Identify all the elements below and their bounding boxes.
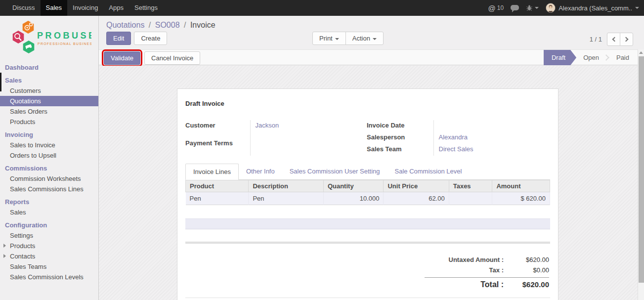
sidebar-section-invoicing: Invoicing Sales to Invoice Orders to Ups… [0,129,98,161]
pager-previous-button[interactable] [607,33,620,46]
sidebar-item-config-products[interactable]: Products [0,241,98,251]
sidebar-item-sales-report[interactable]: Sales [0,207,98,217]
menu-discuss[interactable]: Discuss [7,0,41,16]
tab-sales-commission-user-setting[interactable]: Sales Commission User Setting [282,164,387,179]
status-stage-draft[interactable]: Draft [544,50,576,65]
cancel-invoice-button[interactable]: Cancel Invoice [144,51,200,65]
action-button-label: Action [352,35,370,42]
column-quantity[interactable]: Quantity [323,180,384,192]
sales-team-label: Sales Team [367,144,433,156]
field-groups: Customer Jackson Payment Terms Invoice D… [185,120,550,156]
status-stage-open[interactable]: Open [576,50,606,65]
menu-apps[interactable]: Apps [103,0,129,16]
pager-next-button[interactable] [620,33,633,46]
menu-sales[interactable]: Sales [41,0,68,16]
tab-sale-commission-level[interactable]: Sale Commission Level [387,164,470,179]
customer-value-link[interactable]: Jackson [250,120,367,138]
cell-taxes [449,192,492,205]
column-unit-price[interactable]: Unit Price [384,180,449,192]
chevron-right-icon [623,37,628,42]
control-panel: Quotations / SO008 / Invoice Edit Create… [99,16,644,49]
edit-button[interactable]: Edit [106,32,131,45]
invoice-date-value[interactable] [433,120,550,132]
sidebar-item-products[interactable]: Products [0,117,98,127]
top-navbar: Discuss Sales Invoicing Apps Settings @ … [0,0,644,16]
user-menu[interactable]: Alexandra (Sales_comm.. [546,3,639,13]
sales-team-value-link[interactable]: Direct Sales [433,144,550,156]
menu-settings[interactable]: Settings [129,0,163,16]
empty-list-band [185,218,550,229]
menu-invoicing[interactable]: Invoicing [67,0,103,16]
field-row-salesperson: Salesperson Alexandra [367,132,550,144]
tab-invoice-lines[interactable]: Invoice Lines [185,164,239,180]
sidebar-item-label: Products [10,242,35,250]
sidebar-item-sales-commission-levels[interactable]: Sales Commission Levels [0,272,98,282]
scrollbar-up-button[interactable] [638,49,644,56]
chat-bubble-icon[interactable] [511,5,519,10]
untaxed-amount-label: Untaxed Amount : [449,256,504,263]
sheet-bottom-rule [185,298,550,298]
sidebar-item-config-contacts[interactable]: Contacts [0,251,98,261]
column-description[interactable]: Description [249,180,323,192]
payment-terms-value[interactable] [250,138,367,156]
sidebar-item-settings[interactable]: Settings [0,230,98,241]
left-edge-marker [0,73,1,91]
column-amount[interactable]: Amount [492,180,550,192]
sidebar-header-dashboard[interactable]: Dashboard [0,62,98,73]
sidebar-header-invoicing[interactable]: Invoicing [0,129,98,140]
breadcrumb-so008[interactable]: SO008 [155,21,180,29]
breadcrumb-invoice: Invoice [190,21,215,29]
sidebar-item-sales-commissions-lines[interactable]: Sales Commissions Lines [0,184,98,194]
breadcrumb-quotations[interactable]: Quotations [106,21,144,29]
debug-menu[interactable] [526,4,539,11]
sidebar-item-sales-orders[interactable]: Sales Orders [0,106,98,117]
sidebar-item-commission-worksheets[interactable]: Commission Worksheets [0,173,98,184]
sidebar-header-commissions[interactable]: Commissions [0,163,98,173]
invoice-lines-header-row: Product Description Quantity Unit Price … [186,180,550,192]
expand-arrow-icon[interactable] [3,254,6,258]
action-button[interactable]: Action [345,32,384,45]
create-button[interactable]: Create [134,32,167,45]
breadcrumb-separator: / [147,21,153,29]
totals-block: Untaxed Amount : $620.00 Tax : $0.00 Tot… [425,255,549,291]
field-group-right: Invoice Date Salesperson Alexandra Sales… [367,120,550,156]
app-logo[interactable]: PROBUSE PROFESSIONAL BUSINESS [0,16,98,60]
untaxed-amount-row: Untaxed Amount : $620.00 [425,255,549,265]
vertical-scrollbar[interactable] [638,49,644,300]
salesperson-label: Salesperson [367,132,433,144]
status-pipeline: Draft Open Paid [544,50,636,65]
sidebar-item-quotations[interactable]: Quotations [0,96,98,106]
invoice-line-row[interactable]: Pen Pen 10.000 62.00 $ 620.00 [186,192,550,205]
total-value: $620.00 [504,280,549,289]
column-product[interactable]: Product [186,180,249,192]
tax-row: Tax : $0.00 [425,265,549,275]
pager-count: 1 / 1 [590,36,602,43]
salesperson-value-link[interactable]: Alexandra [433,132,550,144]
sidebar-header-sales[interactable]: Sales [0,75,98,86]
sidebar-header-reports[interactable]: Reports [0,197,98,207]
sidebar-header-configuration[interactable]: Configuration [0,220,98,230]
status-stage-paid[interactable]: Paid [609,50,636,65]
user-name-label: Alexandra (Sales_comm.. [558,4,632,12]
tab-other-info[interactable]: Other Info [239,164,282,179]
sidebar-item-label: Contacts [10,253,35,260]
statusbar: Validate Cancel Invoice Draft Open Paid [99,49,644,65]
validate-button[interactable]: Validate [104,51,140,65]
print-button[interactable]: Print [312,32,346,45]
field-row-customer: Customer Jackson [185,120,367,138]
scrollbar-thumb[interactable] [639,56,644,283]
caret-down-icon [535,7,539,9]
invoice-lines-table: Product Description Quantity Unit Price … [185,180,550,205]
tax-label: Tax : [489,266,504,274]
invoice-date-label: Invoice Date [367,120,433,132]
sidebar-item-sales-teams[interactable]: Sales Teams [0,261,98,272]
sidebar-item-sales-to-invoice[interactable]: Sales to Invoice [0,140,98,150]
invoice-state-title: Draft Invoice [185,100,550,107]
sidebar-item-orders-to-upsell[interactable]: Orders to Upsell [0,150,98,161]
logo-subtitle: PROFESSIONAL BUSINESS [38,42,91,45]
column-taxes[interactable]: Taxes [449,180,492,192]
mentions-counter[interactable]: @ 10 [488,4,504,12]
sidebar-item-customers[interactable]: Customers [0,86,98,96]
arrow-up-icon [639,51,643,54]
expand-arrow-icon[interactable] [3,244,6,248]
